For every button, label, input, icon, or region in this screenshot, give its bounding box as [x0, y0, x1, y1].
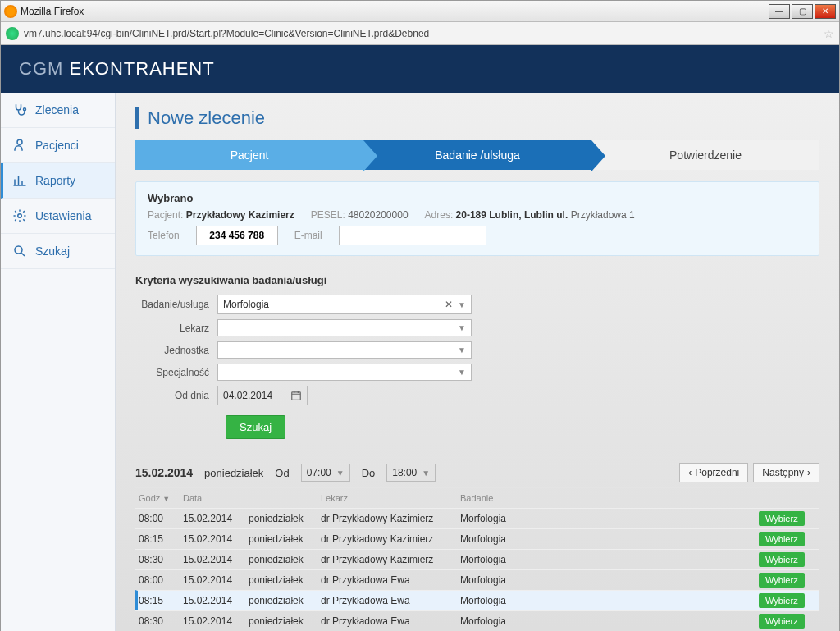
email-input[interactable]	[339, 226, 486, 245]
prev-label: Poprzedni	[695, 467, 739, 478]
svg-rect-4	[292, 392, 301, 400]
service-value: Morfologia	[223, 299, 269, 310]
cell-time: 08:00	[139, 513, 183, 524]
sidebar-item-raporty[interactable]: Raporty	[1, 163, 115, 199]
table-row[interactable]: 08:0015.02.2014poniedziałekdr Przykładow…	[135, 508, 819, 528]
bookmark-star-icon[interactable]: ☆	[824, 27, 834, 40]
patient-icon	[12, 138, 27, 153]
fromdate-label: Od dnia	[135, 390, 217, 401]
clear-icon[interactable]: ✕	[445, 299, 453, 310]
results-body: 08:0015.02.2014poniedziałekdr Przykładow…	[135, 508, 819, 631]
prev-button[interactable]: ‹ Poprzedni	[679, 463, 748, 482]
table-row[interactable]: 08:3015.02.2014poniedziałekdr Przykładow…	[135, 610, 819, 631]
time-from-combo[interactable]: 07:00 ▼	[301, 464, 350, 482]
svg-point-2	[18, 214, 22, 218]
choose-button[interactable]: Wybierz	[759, 532, 805, 546]
time-to-combo[interactable]: 18:00 ▼	[386, 464, 436, 482]
chevron-down-icon: ▼	[458, 300, 466, 309]
maximize-button[interactable]: ▢	[792, 4, 813, 19]
search-button[interactable]: Szukaj	[226, 415, 285, 439]
service-label: Badanie/usługa	[135, 299, 217, 310]
stepper: Pacjent Badanie /ulsługa Potwierdzenie	[135, 140, 819, 170]
cell-study: Morfologia	[460, 554, 759, 565]
main-content: Nowe zlecenie Pacjent Badanie /ulsługa P…	[116, 93, 839, 631]
chevron-right-icon: ›	[807, 467, 810, 478]
fromdate-input[interactable]: 04.02.2014	[217, 386, 308, 405]
gear-icon	[12, 208, 27, 223]
cell-doctor: dr Przykładowy Kazimierz	[321, 513, 460, 524]
brand-name: EKONTRAHENT	[69, 58, 214, 79]
cell-day: poniedziałek	[249, 595, 321, 606]
cell-time: 08:00	[139, 574, 183, 586]
sidebar-item-szukaj[interactable]: Szukaj	[1, 234, 115, 269]
globe-icon	[6, 27, 19, 40]
choose-button[interactable]: Wybierz	[759, 614, 805, 629]
choose-button[interactable]: Wybierz	[759, 573, 805, 588]
step-badanie[interactable]: Badanie /ulsługa	[363, 140, 591, 170]
calendar-icon[interactable]	[290, 390, 302, 401]
results-header: Godz ▼ Data Lekarz Badanie	[135, 488, 819, 508]
address-label: Adres:	[425, 209, 454, 221]
col-time[interactable]: Godz ▼	[139, 493, 183, 503]
col-study[interactable]: Badanie	[460, 493, 759, 503]
col-doctor[interactable]: Lekarz	[321, 493, 460, 503]
address-bar[interactable]: vm7.uhc.local:94/cgi-bin/CliniNET.prd/St…	[1, 22, 839, 45]
address-rest: Przykładowa 1	[571, 209, 635, 221]
from-label: Od	[275, 467, 289, 479]
chevron-down-icon: ▼	[458, 323, 466, 332]
pesel-label: PESEL:	[311, 209, 345, 221]
table-row[interactable]: 08:1515.02.2014poniedziałekdr Przykładow…	[135, 528, 819, 549]
cell-study: Morfologia	[460, 615, 759, 627]
choose-button[interactable]: Wybierz	[759, 511, 805, 526]
address-bold: 20-189 Lublin, Lublin ul.	[456, 209, 568, 221]
window-title: Mozilla Firefox	[21, 6, 84, 17]
reports-icon	[12, 173, 27, 188]
table-row[interactable]: 08:3015.02.2014poniedziałekdr Przykładow…	[135, 549, 819, 569]
selected-title: Wybrano	[148, 192, 807, 204]
title-bar: Mozilla Firefox — ▢ ✕	[1, 1, 839, 22]
cell-date: 15.02.2014	[183, 595, 249, 606]
svg-point-3	[15, 246, 22, 254]
speciality-combo[interactable]: ▼	[217, 364, 472, 381]
sidebar-item-label: Ustawienia	[35, 209, 91, 222]
doctor-combo[interactable]: ▼	[217, 319, 472, 336]
selected-patient-panel: Wybrano Pacjent: Przykładowy Kazimierz P…	[135, 181, 819, 256]
choose-button[interactable]: Wybierz	[759, 552, 805, 567]
unit-label: Jednostka	[135, 345, 217, 356]
sidebar-item-pacjenci[interactable]: Pacjenci	[1, 128, 115, 163]
sidebar: Zlecenia Pacjenci Raporty Ustawienia	[1, 93, 116, 631]
minimize-button[interactable]: —	[769, 4, 790, 19]
cell-time: 08:30	[139, 554, 183, 565]
to-label: Do	[362, 467, 376, 479]
pesel-value: 48020200000	[348, 209, 408, 221]
table-row[interactable]: 08:0015.02.2014poniedziałekdr Przykładow…	[135, 569, 819, 590]
step-pacjent[interactable]: Pacjent	[135, 140, 363, 170]
sidebar-item-zlecenia[interactable]: Zlecenia	[1, 93, 115, 128]
time-from-value: 07:00	[307, 467, 331, 478]
patient-label: Pacjent:	[148, 209, 183, 221]
cell-date: 15.02.2014	[183, 574, 249, 586]
sidebar-item-label: Zlecenia	[35, 103, 79, 117]
unit-combo[interactable]: ▼	[217, 341, 472, 359]
close-button[interactable]: ✕	[815, 4, 836, 19]
sort-desc-icon: ▼	[162, 495, 170, 503]
choose-button[interactable]: Wybierz	[759, 593, 805, 608]
next-button[interactable]: Następny ›	[753, 463, 819, 482]
cell-study: Morfologia	[460, 595, 759, 606]
step-potwierdzenie[interactable]: Potwierdzenie	[591, 140, 819, 170]
sidebar-item-ustawienia[interactable]: Ustawienia	[1, 199, 115, 234]
cell-study: Morfologia	[460, 574, 759, 586]
result-day: poniedziałek	[204, 467, 263, 479]
cell-day: poniedziałek	[249, 533, 321, 545]
cell-date: 15.02.2014	[183, 615, 249, 627]
cell-date: 15.02.2014	[183, 533, 249, 545]
results-toolbar: 15.02.2014 poniedziałek Od 07:00 ▼ Do 18…	[135, 457, 819, 488]
stethoscope-icon	[12, 103, 27, 117]
telefon-input[interactable]	[196, 226, 278, 245]
table-row[interactable]: 08:1515.02.2014poniedziałekdr Przykładow…	[135, 590, 819, 610]
chevron-left-icon: ‹	[688, 467, 692, 478]
chevron-down-icon: ▼	[336, 469, 345, 478]
col-date[interactable]: Data	[183, 493, 249, 503]
service-combo[interactable]: Morfologia ✕▼	[217, 295, 472, 314]
telefon-label: Telefon	[148, 230, 180, 241]
